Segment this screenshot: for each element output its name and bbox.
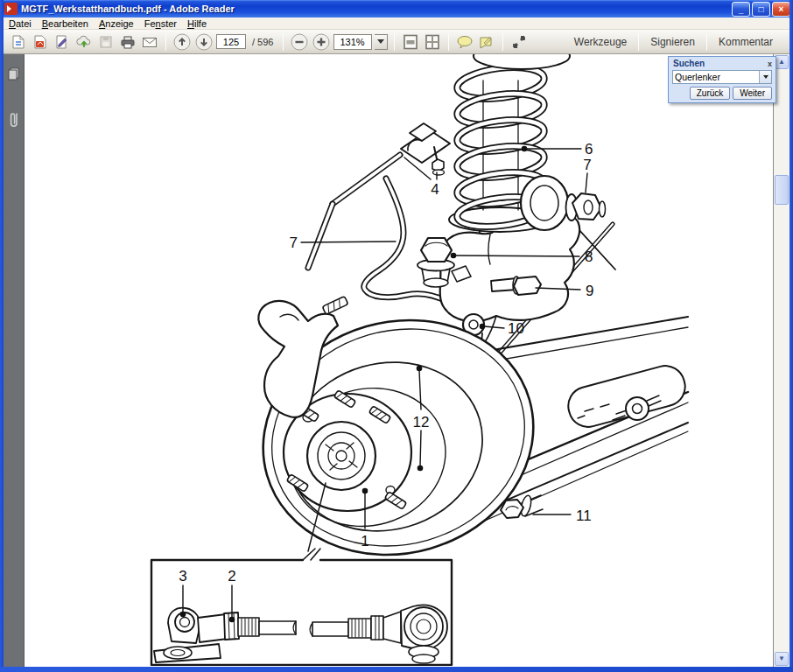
- fit-page-icon[interactable]: [423, 32, 442, 52]
- maximize-button[interactable]: □: [752, 2, 770, 17]
- search-panel: Suchen x Zurück Weiter: [668, 56, 776, 103]
- comment-bubble-icon[interactable]: [455, 32, 474, 52]
- window-border-bottom: [0, 667, 793, 672]
- window-title: MGTF_Werkstatthandbuch.pdf - Adobe Reade…: [21, 4, 732, 14]
- search-input[interactable]: [673, 71, 759, 83]
- scroll-down-button[interactable]: ▼: [775, 652, 789, 666]
- toolbar: / 596 131% Werkzeuge: [4, 30, 789, 54]
- scrollbar-thumb[interactable]: [775, 175, 789, 205]
- fullscreen-icon[interactable]: [509, 32, 529, 52]
- search-close-icon[interactable]: x: [768, 60, 772, 68]
- sign-pane-button[interactable]: Signieren: [639, 36, 706, 48]
- search-back-button[interactable]: Zurück: [690, 87, 731, 100]
- email-icon[interactable]: [140, 32, 159, 52]
- search-next-button[interactable]: Weiter: [733, 87, 772, 100]
- scrolling-mode-icon[interactable]: [401, 32, 420, 52]
- adobe-reader-window: MGTF_Werkstatthandbuch.pdf - Adobe Reade…: [0, 0, 793, 672]
- menu-item-bearbeiten[interactable]: Bearbeiten: [37, 18, 94, 29]
- menu-bar: DateiBearbeitenAnzeigeFensterHilfe: [4, 18, 789, 30]
- fill-sign-icon[interactable]: [53, 32, 72, 52]
- close-button[interactable]: ×: [772, 2, 790, 17]
- attachments-paperclip-icon[interactable]: [7, 110, 21, 133]
- zoom-dropdown-button[interactable]: [375, 34, 388, 50]
- navigation-rail: [4, 54, 25, 667]
- pdf-online-icon[interactable]: [31, 32, 50, 52]
- page-thumbnails-icon[interactable]: [7, 66, 21, 84]
- save-icon[interactable]: [96, 32, 116, 52]
- window-border-left: [0, 0, 4, 672]
- minimize-button[interactable]: _: [732, 2, 750, 17]
- document-area: ▲ ▼ Suchen x Zurück Weiter: [4, 54, 789, 667]
- menu-item-hilfe[interactable]: Hilfe: [182, 18, 212, 29]
- page-number-input[interactable]: [216, 34, 246, 49]
- next-page-icon[interactable]: [194, 32, 214, 52]
- page-total-label: / 596: [252, 37, 273, 47]
- highlight-note-icon[interactable]: [477, 32, 496, 52]
- menu-item-anzeige[interactable]: Anzeige: [94, 18, 139, 29]
- menu-item-datei[interactable]: Datei: [4, 18, 37, 29]
- search-panel-title: Suchen: [673, 59, 705, 68]
- comment-pane-button[interactable]: Kommentar: [707, 36, 784, 48]
- adobe-reader-icon: [4, 3, 18, 15]
- zoom-in-icon[interactable]: [312, 32, 331, 52]
- menu-item-fenster[interactable]: Fenster: [139, 18, 182, 29]
- vertical-scrollbar[interactable]: ▲ ▼: [774, 54, 789, 667]
- title-bar: MGTF_Werkstatthandbuch.pdf - Adobe Reade…: [0, 0, 793, 18]
- document-page[interactable]: [25, 54, 774, 667]
- search-dropdown-icon[interactable]: [759, 71, 771, 83]
- send-cloud-icon[interactable]: [74, 32, 94, 52]
- print-icon[interactable]: [118, 32, 137, 52]
- zoom-level-value[interactable]: 131%: [333, 34, 372, 50]
- tools-pane-button[interactable]: Werkzeuge: [563, 36, 638, 48]
- zoom-out-icon[interactable]: [290, 32, 309, 52]
- scroll-up-button[interactable]: ▲: [775, 55, 789, 69]
- open-file-icon[interactable]: [9, 32, 28, 52]
- previous-page-icon[interactable]: [172, 32, 192, 52]
- window-border-right: [789, 0, 793, 672]
